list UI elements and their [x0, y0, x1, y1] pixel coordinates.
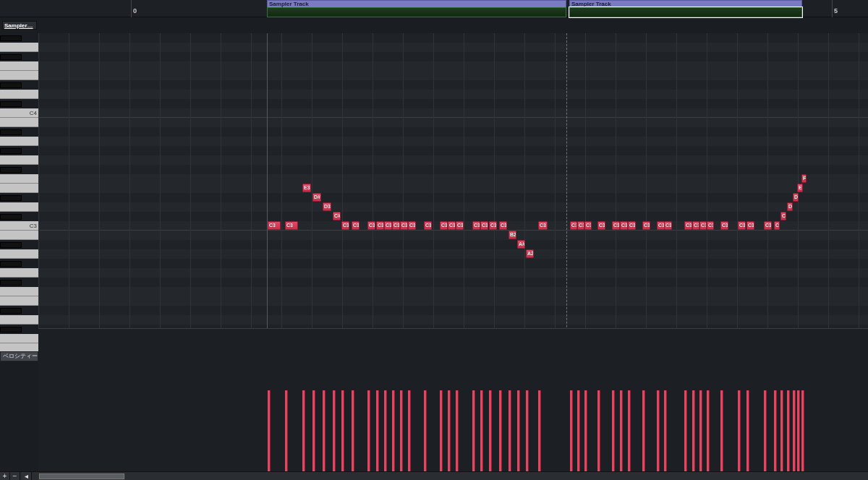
midi-note[interactable]: C#	[333, 212, 341, 220]
midi-note[interactable]: E	[797, 184, 803, 192]
velocity-bar[interactable]	[699, 390, 702, 472]
velocity-bar[interactable]	[517, 390, 520, 472]
piano-key-black[interactable]	[0, 35, 22, 41]
midi-note[interactable]: C3	[341, 221, 349, 230]
velocity-bar[interactable]	[400, 390, 403, 472]
midi-note[interactable]: C3	[684, 221, 692, 230]
velocity-bar[interactable]	[764, 390, 767, 472]
midi-note[interactable]: D#	[312, 193, 321, 202]
velocity-bar[interactable]	[323, 390, 326, 472]
piano-key-white[interactable]	[0, 137, 38, 146]
piano-key-black[interactable]	[0, 242, 22, 248]
midi-note[interactable]: C3	[584, 221, 592, 230]
velocity-bar[interactable]	[341, 390, 344, 472]
piano-key-black[interactable]	[0, 214, 22, 220]
zoom-out-button[interactable]: −	[10, 472, 20, 480]
piano-key-black[interactable]	[0, 327, 22, 333]
midi-note[interactable]: C3	[384, 221, 392, 230]
piano-key-black[interactable]	[0, 167, 22, 173]
velocity-bar[interactable]	[738, 390, 741, 472]
midi-note[interactable]: C	[780, 212, 786, 220]
midi-note[interactable]: C3	[448, 221, 456, 230]
velocity-bar[interactable]	[312, 390, 315, 472]
velocity-bar[interactable]	[584, 390, 587, 472]
piano-key-white[interactable]	[0, 287, 38, 296]
midi-note[interactable]: C3	[738, 221, 746, 230]
velocity-bar[interactable]	[774, 390, 777, 472]
midi-note[interactable]: C3	[424, 221, 432, 230]
velocity-bar[interactable]	[440, 390, 443, 472]
midi-note[interactable]: C3	[628, 221, 636, 230]
midi-note[interactable]: C3	[597, 221, 605, 230]
midi-note[interactable]: F	[801, 174, 807, 183]
midi-note[interactable]: C3	[440, 221, 448, 230]
timeline-ruler[interactable]: 02345Sampler TrackSampler Track	[38, 0, 868, 17]
velocity-bar[interactable]	[285, 390, 288, 472]
piano-key-white[interactable]	[0, 315, 38, 325]
velocity-bar[interactable]	[746, 390, 749, 472]
midi-note[interactable]: C3	[538, 221, 548, 230]
ruler-bar-marker[interactable]: 5	[832, 0, 838, 17]
midi-note[interactable]: C3	[699, 221, 707, 230]
midi-note[interactable]: D	[787, 202, 793, 211]
velocity-bar[interactable]	[628, 390, 631, 472]
midi-note[interactable]: A#	[517, 240, 525, 249]
velocity-bar[interactable]	[408, 390, 411, 472]
velocity-bar[interactable]	[720, 390, 723, 472]
piano-key-white[interactable]: C3	[0, 221, 38, 231]
velocity-bar[interactable]	[787, 390, 790, 472]
piano-key-white[interactable]	[0, 231, 38, 240]
piano-key-black[interactable]	[0, 101, 22, 107]
velocity-bar[interactable]	[456, 390, 459, 472]
velocity-bar[interactable]	[352, 390, 354, 472]
velocity-bar[interactable]	[570, 390, 573, 472]
midi-note[interactable]: C3	[376, 221, 384, 230]
velocity-lane-label[interactable]: ベロシティー	[0, 351, 38, 361]
velocity-bar[interactable]	[376, 390, 379, 472]
piano-key-white[interactable]	[0, 202, 38, 212]
midi-note[interactable]: C3	[577, 221, 584, 230]
piano-key-white[interactable]	[0, 249, 38, 259]
midi-note[interactable]: C3	[489, 221, 497, 230]
piano-key-black[interactable]	[0, 54, 22, 60]
piano-key-white[interactable]	[0, 334, 38, 343]
velocity-bar[interactable]	[268, 390, 271, 472]
midi-note[interactable]: C3	[268, 221, 281, 230]
velocity-bar[interactable]	[392, 390, 395, 472]
piano-key-black[interactable]	[0, 195, 22, 201]
midi-note[interactable]: C3	[664, 221, 672, 230]
piano-key-black[interactable]	[0, 261, 22, 267]
velocity-bar[interactable]	[489, 390, 492, 472]
piano-key-black[interactable]	[0, 148, 22, 154]
midi-note[interactable]: C3	[392, 221, 400, 230]
piano-key-white[interactable]	[0, 61, 38, 71]
midi-clip-body[interactable]	[267, 7, 566, 17]
midi-note[interactable]: C3	[499, 221, 507, 230]
velocity-bar[interactable]	[577, 390, 580, 472]
velocity-bar[interactable]	[424, 390, 427, 472]
midi-note[interactable]: C3	[692, 221, 699, 230]
velocity-bar[interactable]	[801, 390, 804, 472]
velocity-bar[interactable]	[472, 390, 475, 472]
piano-key-white[interactable]	[0, 90, 38, 99]
midi-note[interactable]: E3	[302, 184, 311, 192]
piano-key-black[interactable]	[0, 280, 22, 286]
midi-note[interactable]: C3	[570, 221, 577, 230]
velocity-bar[interactable]	[509, 390, 511, 472]
midi-note[interactable]: C3	[720, 221, 728, 230]
piano-keyboard[interactable]: C4C3 ベロシティー	[0, 33, 38, 471]
velocity-bar[interactable]	[707, 390, 710, 472]
piano-key-white[interactable]	[0, 296, 38, 306]
scrollbar-thumb[interactable]	[38, 473, 125, 480]
midi-note[interactable]: C3	[352, 221, 359, 230]
velocity-bar[interactable]	[302, 390, 305, 472]
midi-note[interactable]: C3	[480, 221, 488, 230]
velocity-bar[interactable]	[797, 390, 800, 472]
velocity-bar[interactable]	[526, 390, 529, 472]
midi-note[interactable]: C3	[612, 221, 620, 230]
velocity-bar[interactable]	[384, 390, 387, 472]
midi-note[interactable]: D3	[323, 202, 331, 211]
piano-key-white[interactable]	[0, 174, 38, 184]
velocity-bar[interactable]	[684, 390, 687, 472]
piano-key-white[interactable]	[0, 184, 38, 193]
